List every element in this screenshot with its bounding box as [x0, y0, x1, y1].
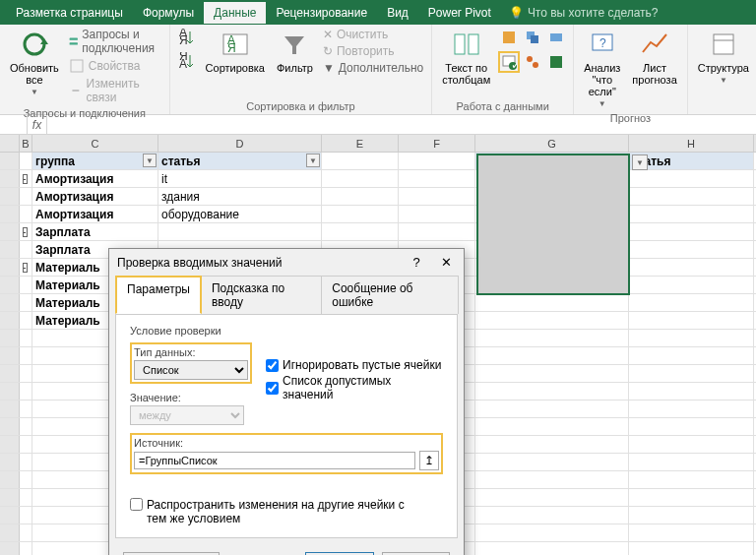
col-header-E[interactable]: E	[322, 135, 399, 152]
data-validation-button[interactable]: ✓	[498, 51, 520, 73]
svg-rect-4	[71, 60, 83, 72]
properties-button[interactable]: Свойства	[67, 57, 163, 75]
tab-layout[interactable]: Разметка страницы	[6, 2, 133, 24]
filter-dropdown-button[interactable]: ▼	[143, 154, 157, 167]
whatif-button[interactable]: ? Анализ "что если" ▼	[580, 27, 624, 110]
data-operator-select: между	[130, 405, 244, 425]
col-header-H[interactable]: H	[629, 135, 754, 152]
help-button[interactable]: ?	[407, 255, 426, 270]
data-validation-icon: ✓	[501, 54, 517, 70]
in-cell-dropdown-checkbox[interactable]: Список допустимых значений	[266, 374, 443, 401]
tab-data[interactable]: Данные	[204, 2, 266, 24]
table-row[interactable]: - Зарплата	[0, 223, 756, 241]
consolidate-button[interactable]	[545, 27, 567, 48]
sort-az-button[interactable]: AЯ	[176, 27, 198, 48]
dialog-tab-error-alert[interactable]: Сообщение об ошибке	[321, 276, 459, 314]
text-to-columns-button[interactable]: Текст по столбцам	[438, 27, 494, 88]
svg-rect-18	[550, 33, 562, 41]
reapply-icon: ↻	[323, 44, 333, 58]
text-to-columns-icon	[451, 29, 482, 60]
advanced-filter-button[interactable]: ▼Дополнительно	[321, 60, 425, 76]
clear-filter-button[interactable]: ✕Очистить	[321, 27, 425, 42]
table-row[interactable]: Амортизация оборудование	[0, 206, 756, 223]
chevron-down-icon: ▼	[598, 99, 606, 108]
data-model-icon	[548, 54, 564, 70]
table-header-group[interactable]: группа▼	[32, 153, 158, 169]
sort-az-icon: AЯ	[178, 29, 196, 46]
dialog-tab-input-message[interactable]: Подсказка по вводу	[201, 276, 322, 314]
svg-rect-17	[531, 35, 538, 43]
links-icon	[69, 83, 83, 98]
relationships-button[interactable]	[522, 51, 543, 73]
reapply-filter-button[interactable]: ↻Повторить	[321, 43, 425, 59]
sort-za-button[interactable]: ЯA	[176, 50, 198, 72]
col-header-G[interactable]: G	[475, 135, 629, 152]
allow-type-select[interactable]: Список	[134, 360, 248, 380]
col-header-F[interactable]: F	[399, 135, 475, 152]
condition-label: Условие проверки	[130, 325, 443, 337]
svg-rect-14	[469, 34, 478, 54]
tab-formulas[interactable]: Формулы	[133, 2, 204, 24]
svg-text:?: ?	[599, 36, 606, 50]
name-box[interactable]	[0, 115, 28, 134]
forecast-sheet-button[interactable]: Лист прогноза	[628, 27, 680, 88]
filter-dropdown-button[interactable]: ▼	[306, 154, 320, 167]
group-forecast-label: Прогноз	[580, 110, 681, 126]
apply-to-same-checkbox[interactable]: Распространить изменения на другие ячейк…	[130, 498, 443, 525]
outline-toggle-button[interactable]: -	[23, 174, 28, 184]
filter-button[interactable]: Фильтр	[273, 27, 317, 76]
tab-review[interactable]: Рецензирование	[266, 2, 377, 24]
svg-rect-3	[69, 42, 77, 44]
group-sort-label: Сортировка и фильтр	[176, 98, 426, 114]
sort-button[interactable]: AЯ Сортировка	[202, 27, 269, 76]
properties-icon	[69, 58, 85, 74]
table2-header-article[interactable]: статья	[629, 153, 754, 169]
forecast-icon	[639, 29, 670, 60]
filter-icon	[279, 29, 310, 60]
edit-links-button[interactable]: Изменить связи	[67, 76, 163, 105]
data-validation-dialog: Проверка вводимых значений ? ✕ Параметры…	[108, 248, 465, 555]
fx-button[interactable]: fx	[28, 115, 47, 134]
tell-me-search[interactable]: 💡 Что вы хотите сделать?	[509, 6, 659, 20]
svg-text:✓: ✓	[511, 58, 517, 70]
close-button[interactable]: ✕	[436, 255, 456, 270]
refresh-all-button[interactable]: Обновить все ▼	[6, 27, 63, 98]
col-header-C[interactable]: C	[32, 135, 158, 152]
col-header-D[interactable]: D	[158, 135, 322, 152]
range-picker-button[interactable]: ↥	[419, 451, 439, 470]
type-label: Тип данных:	[134, 346, 248, 358]
table-header-article[interactable]: статья▼	[158, 153, 322, 169]
ignore-blank-checkbox[interactable]: Игнорировать пустые ячейки	[266, 358, 443, 372]
queries-connections-button[interactable]: Запросы и подключения	[67, 27, 163, 56]
outline-toggle-button[interactable]: -	[23, 227, 28, 237]
col-header-B[interactable]: B	[20, 135, 32, 152]
svg-rect-15	[503, 31, 515, 43]
whatif-icon: ?	[587, 29, 618, 60]
svg-rect-2	[69, 37, 77, 39]
relationships-icon	[525, 54, 540, 70]
value-label: Значение:	[130, 392, 252, 403]
dialog-tab-parameters[interactable]: Параметры	[115, 276, 202, 314]
table2-header-group[interactable]: группа	[475, 153, 629, 169]
tab-powerpivot[interactable]: Power Pivot	[418, 2, 501, 24]
tab-view[interactable]: Вид	[377, 2, 418, 24]
table-row[interactable]: Амортизация здания	[0, 188, 756, 206]
collapse-dialog-icon: ↥	[424, 454, 434, 467]
sort-za-icon: ЯA	[178, 52, 196, 70]
outline-toggle-button[interactable]: -	[23, 263, 28, 273]
svg-point-22	[527, 56, 533, 62]
svg-text:Я: Я	[179, 33, 188, 46]
table-row[interactable]: - Амортизация it	[0, 170, 756, 188]
dialog-title: Проверка вводимых значений	[117, 256, 283, 270]
outline-button[interactable]: Структура ▼	[694, 27, 753, 87]
source-input[interactable]	[134, 452, 415, 469]
remove-duplicates-button[interactable]	[522, 27, 543, 48]
source-label: Источник:	[134, 437, 439, 449]
manage-data-model-button[interactable]	[545, 51, 567, 73]
validation-dropdown-button[interactable]: ▼	[632, 154, 648, 170]
refresh-icon	[19, 29, 50, 60]
svg-rect-27	[714, 34, 733, 54]
sort-icon: AЯ	[220, 29, 251, 60]
flash-fill-button[interactable]	[498, 27, 520, 48]
advanced-icon: ▼	[323, 61, 335, 75]
